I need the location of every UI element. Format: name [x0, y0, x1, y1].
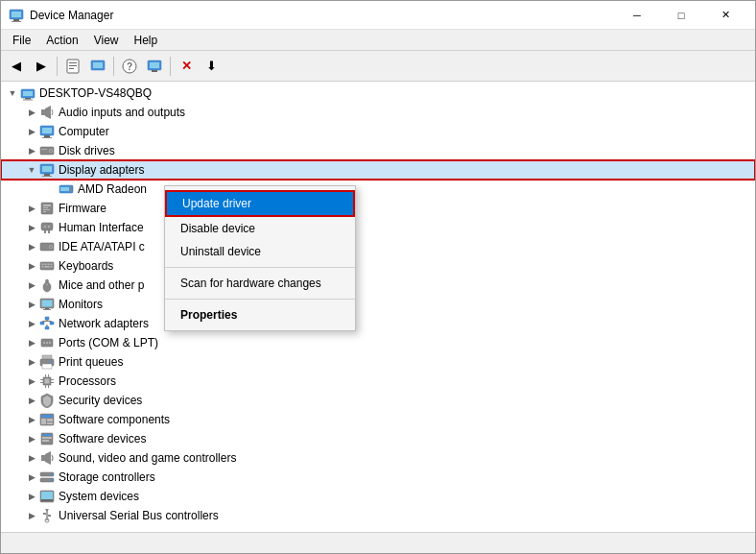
expand-usb[interactable]: ▶ — [24, 508, 39, 523]
svg-rect-63 — [42, 301, 53, 307]
tree-item-hid[interactable]: ▶ Human Interface — [1, 218, 755, 237]
context-menu-update-driver[interactable]: Update driver — [165, 190, 355, 217]
title-bar: Device Manager ─ □ ✕ — [1, 1, 755, 30]
expand-keyboard[interactable]: ▶ — [24, 258, 39, 274]
expand-print[interactable]: ▶ — [24, 354, 39, 370]
svg-rect-32 — [42, 176, 52, 177]
svg-rect-58 — [51, 266, 53, 268]
expand-disk[interactable]: ▶ — [24, 143, 39, 158]
context-menu-properties[interactable]: Properties — [165, 303, 355, 326]
properties-button[interactable] — [61, 55, 84, 78]
tree-item-sound[interactable]: ▶ Sound, video and game controllers — [1, 448, 755, 468]
svg-rect-100 — [42, 440, 49, 442]
tree-item-processors[interactable]: ▶ Processors — [1, 372, 755, 391]
expand-audio[interactable]: ▶ — [24, 105, 39, 120]
svg-rect-83 — [45, 379, 50, 384]
storage-icon — [39, 470, 55, 485]
security-icon — [39, 393, 55, 408]
menu-file[interactable]: File — [5, 32, 38, 49]
toolbar-separator-1 — [57, 57, 58, 76]
expand-computer[interactable]: ▶ — [24, 124, 39, 139]
update-driver-button[interactable] — [86, 55, 109, 78]
expand-processors[interactable]: ▶ — [24, 373, 39, 389]
software-components-label: Software components — [59, 413, 170, 426]
tree-item-network[interactable]: ▶ Network adapters — [1, 314, 755, 333]
mice-label: Mice and other p — [59, 278, 144, 292]
minimize-button[interactable]: ─ — [615, 1, 659, 30]
tree-item-usb[interactable]: ▶ Universal Serial Bus controllers — [1, 506, 755, 525]
svg-rect-35 — [70, 186, 72, 188]
tree-item-print[interactable]: ▶ Print queues — [1, 352, 755, 372]
tree-item-audio[interactable]: ▶ Audio inputs and outputs — [1, 103, 755, 122]
menu-view[interactable]: View — [86, 32, 127, 49]
svg-rect-90 — [51, 379, 54, 380]
svg-rect-23 — [44, 135, 50, 137]
back-button[interactable]: ◀ — [5, 55, 28, 78]
tree-root[interactable]: ▼ DESKTOP-VS48QBQ — [1, 84, 755, 103]
maximize-button[interactable]: □ — [659, 1, 703, 30]
system-icon — [39, 489, 55, 504]
context-menu-scan[interactable]: Scan for hardware changes — [165, 272, 355, 295]
expand-firmware[interactable]: ▶ — [24, 201, 39, 216]
tree-item-software-components[interactable]: ▶ Software components — [1, 410, 755, 429]
context-separator-1 — [165, 267, 355, 268]
expand-software-components[interactable]: ▶ — [24, 412, 39, 427]
expand-hid[interactable]: ▶ — [24, 220, 39, 235]
svg-rect-45 — [48, 230, 50, 233]
svg-rect-6 — [69, 65, 77, 66]
tree-item-ports[interactable]: ▶ Ports (COM & LPT) — [1, 333, 755, 352]
svg-rect-91 — [51, 382, 54, 383]
tree-item-security[interactable]: ▶ Security devices — [1, 391, 755, 410]
menu-help[interactable]: Help — [127, 32, 166, 49]
tree-item-disk[interactable]: ▶ Disk drives — [1, 141, 755, 160]
tree-item-software-devices[interactable]: ▶ Software devices — [1, 429, 755, 448]
tree-item-storage[interactable]: ▶ Storage controllers — [1, 468, 755, 487]
expand-system[interactable]: ▶ — [24, 489, 39, 504]
svg-rect-69 — [45, 326, 49, 329]
software-devices-icon — [39, 431, 55, 446]
processors-label: Processors — [59, 374, 116, 388]
expand-software-devices[interactable]: ▶ — [24, 431, 39, 446]
tree-item-amd[interactable]: ▶ AMD Radeon — [1, 180, 755, 199]
tree-item-system[interactable]: ▶ System devices — [1, 487, 755, 506]
svg-rect-64 — [45, 308, 49, 309]
tree-item-monitors[interactable]: ▶ Monitors — [1, 295, 755, 314]
tree-item-ide[interactable]: ▶ IDE ATA/ATAPI c — [1, 237, 755, 256]
expand-storage[interactable]: ▶ — [24, 470, 39, 485]
expand-monitors[interactable]: ▶ — [24, 297, 39, 312]
scan-button[interactable] — [143, 55, 166, 78]
tree-item-keyboard[interactable]: ▶ Keyboards — [1, 256, 755, 276]
svg-rect-41 — [43, 209, 50, 210]
help-button[interactable]: ? — [118, 55, 141, 78]
forward-button[interactable]: ▶ — [30, 55, 53, 78]
ide-label: IDE ATA/ATAPI c — [59, 240, 145, 253]
expand-sound[interactable]: ▶ — [24, 450, 39, 466]
disable-button[interactable]: ✕ — [175, 55, 198, 78]
device-tree[interactable]: ▼ DESKTOP-VS48QBQ ▶ Audio — [1, 82, 755, 532]
context-menu-uninstall[interactable]: Uninstall device — [165, 240, 355, 263]
root-icon — [20, 85, 35, 101]
firmware-icon — [39, 201, 55, 216]
menu-action[interactable]: Action — [38, 32, 85, 49]
svg-point-50 — [50, 246, 52, 248]
tree-item-computer[interactable]: ▶ Computer — [1, 122, 755, 141]
expand-mice[interactable]: ▶ — [24, 277, 39, 293]
expand-icon-root[interactable]: ▼ — [5, 85, 20, 101]
svg-point-77 — [49, 342, 51, 344]
svg-rect-112 — [43, 513, 46, 515]
expand-display[interactable]: ▼ — [24, 162, 39, 178]
context-menu-disable[interactable]: Disable device — [165, 217, 355, 240]
refresh-button[interactable]: ⬇ — [200, 55, 223, 78]
tree-item-firmware[interactable]: ▶ Firmware — [1, 199, 755, 218]
expand-ide[interactable]: ▶ — [24, 239, 39, 254]
close-button[interactable]: ✕ — [703, 1, 747, 30]
svg-rect-14 — [152, 70, 157, 72]
expand-network[interactable]: ▶ — [24, 316, 39, 331]
svg-rect-36 — [70, 188, 72, 190]
expand-security[interactable]: ▶ — [24, 393, 39, 408]
svg-rect-54 — [48, 264, 50, 266]
expand-ports[interactable]: ▶ — [24, 335, 39, 350]
tree-item-mice[interactable]: ▶ Mice and other p — [1, 276, 755, 295]
svg-rect-17 — [25, 98, 31, 100]
tree-item-display[interactable]: ▼ Display adapters — [1, 160, 755, 180]
